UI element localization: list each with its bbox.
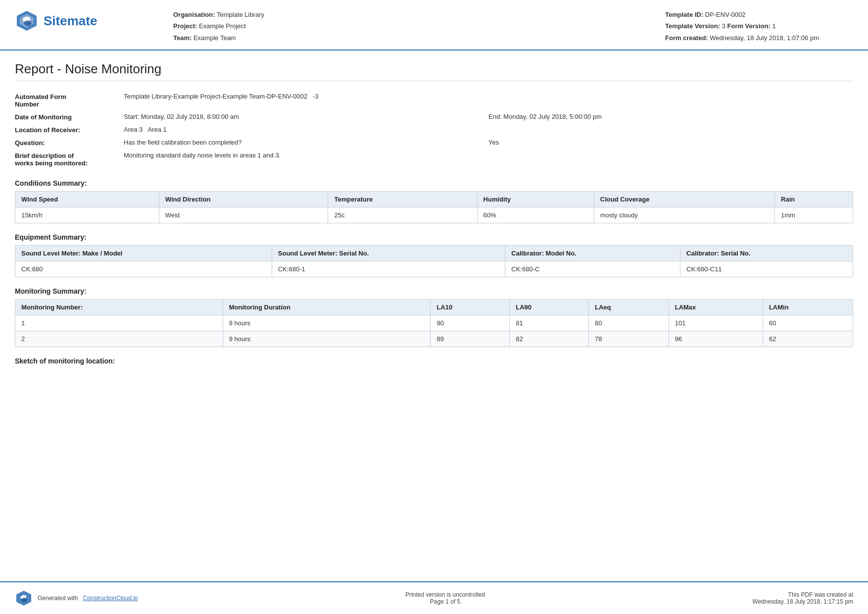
- table-cell: 25c: [328, 207, 477, 223]
- template-version-label: Template Version:: [665, 22, 720, 30]
- footer-uncontrolled-text: Printed version is uncontrolled: [405, 591, 485, 598]
- equipment-section-title: Equipment Summary:: [15, 233, 853, 241]
- date-monitoring-end: End: Monday, 02 July 2018, 5:00:00 pm: [488, 113, 853, 120]
- monitoring-th-laeq: LAeq: [588, 300, 669, 315]
- table-cell: 9 hours: [223, 331, 431, 347]
- footer-page-info: Page 1 of 5: [405, 598, 485, 605]
- monitoring-th-number: Monitoring Number:: [15, 300, 223, 315]
- project-label: Project:: [173, 22, 197, 30]
- date-monitoring-label: Date of Monitoring: [15, 113, 124, 121]
- automated-form-label: Automated FormNumber: [15, 93, 124, 108]
- table-cell: 82: [510, 331, 589, 347]
- sitemate-logo-icon: [15, 9, 39, 33]
- monitoring-table: Monitoring Number: Monitoring Duration L…: [15, 299, 853, 347]
- table-cell: 60: [763, 315, 853, 331]
- team-row: Team: Example Team: [173, 32, 665, 44]
- org-row: Organisation: Template Library: [173, 9, 665, 20]
- conditions-th-cloud-coverage: Cloud Coverage: [594, 192, 774, 207]
- conditions-th-temperature: Temperature: [328, 192, 477, 207]
- page: Sitemate Organisation: Template Library …: [0, 0, 868, 614]
- location-value: Area 3 Area 1: [124, 126, 853, 133]
- conditions-th-humidity: Humidity: [477, 192, 594, 207]
- monitoring-header-row: Monitoring Number: Monitoring Duration L…: [15, 300, 853, 315]
- form-created-label: Form created:: [665, 34, 708, 42]
- table-cell: 96: [669, 331, 763, 347]
- question-value: Has the field calibration been completed…: [124, 139, 488, 146]
- conditions-th-wind-speed: Wind Speed: [15, 192, 159, 207]
- template-id-value: DP-ENV-0002: [705, 11, 746, 18]
- form-version-value: 1: [772, 22, 776, 30]
- table-row: 19 hours90818010160: [15, 315, 853, 331]
- monitoring-th-lamin: LAMin: [763, 300, 853, 315]
- monitoring-th-duration: Monitoring Duration: [223, 300, 431, 315]
- table-cell: CK:680-1: [272, 261, 505, 277]
- sketch-section-title: Sketch of monitoring location:: [15, 357, 853, 365]
- date-monitoring-row: Date of Monitoring Start: Monday, 02 Jul…: [15, 110, 853, 123]
- table-cell: 9 hours: [223, 315, 431, 331]
- table-cell: CK:680-C11: [680, 261, 853, 277]
- template-id-row: Template ID: DP-ENV-0002: [665, 9, 853, 20]
- question-row: Question: Has the field calibration been…: [15, 136, 853, 149]
- date-monitoring-start: Start: Monday, 02 July 2018, 8:00:00 am: [124, 113, 488, 120]
- footer-logo-icon: [15, 589, 33, 607]
- team-value: Example Team: [193, 34, 236, 42]
- org-label: Organisation:: [173, 11, 215, 18]
- monitoring-section-title: Monitoring Summary:: [15, 287, 853, 295]
- report-title: Report - Noise Monitoring: [15, 61, 853, 81]
- conditions-table: Wind Speed Wind Direction Temperature Hu…: [15, 191, 853, 223]
- table-cell: 1mm: [775, 207, 853, 223]
- monitoring-th-la10: LA10: [431, 300, 510, 315]
- monitoring-th-lamax: LAMax: [669, 300, 763, 315]
- template-version-row: Template Version: 3 Form Version: 1: [665, 20, 853, 32]
- equipment-table: Sound Level Meter: Make / Model Sound Le…: [15, 245, 853, 277]
- project-row: Project: Example Project: [173, 20, 665, 32]
- org-value: Template Library: [217, 11, 264, 18]
- table-cell: 78: [588, 331, 669, 347]
- table-cell: 80: [588, 315, 669, 331]
- table-cell: 15km/h: [15, 207, 159, 223]
- form-created-value: Wednesday, 18 July 2018, 1:07:06 pm: [710, 34, 819, 42]
- table-row: 29 hours8982789662: [15, 331, 853, 347]
- footer-pdf-created-value: Wednesday, 18 July 2018, 1:17:15 pm: [752, 598, 853, 605]
- table-cell: CK:680-C: [505, 261, 680, 277]
- table-cell: CK:680: [15, 261, 272, 277]
- info-fields: Automated FormNumber Template Library-Ex…: [15, 90, 853, 169]
- footer-center: Printed version is uncontrolled Page 1 o…: [405, 591, 485, 605]
- question-answer: Yes: [488, 139, 853, 146]
- footer-generated-text: Generated with: [38, 595, 78, 602]
- equipment-header-row: Sound Level Meter: Make / Model Sound Le…: [15, 246, 853, 261]
- conditions-th-rain: Rain: [775, 192, 853, 207]
- table-cell: 62: [763, 331, 853, 347]
- footer: Generated with ConstructionCloud.io Prin…: [0, 581, 868, 614]
- table-cell: 89: [431, 331, 510, 347]
- template-id-label: Template ID:: [665, 11, 703, 18]
- main-content: Report - Noise Monitoring Automated Form…: [0, 51, 868, 581]
- table-cell: 90: [431, 315, 510, 331]
- monitoring-th-la90: LA90: [510, 300, 589, 315]
- table-cell: mosty cloudy: [594, 207, 774, 223]
- question-label: Question:: [15, 139, 124, 147]
- brief-description-label: Brief description ofworks being monitore…: [15, 152, 124, 167]
- automated-form-value: Template Library-Example Project-Example…: [124, 93, 853, 100]
- table-row: CK:680CK:680-1CK:680-CCK:680-C11: [15, 261, 853, 277]
- equipment-th-cal-serial: Calibrator: Serial No.: [680, 246, 853, 261]
- header: Sitemate Organisation: Template Library …: [0, 0, 868, 51]
- table-cell: 2: [15, 331, 223, 347]
- logo-text: Sitemate: [44, 13, 97, 29]
- automated-form-row: Automated FormNumber Template Library-Ex…: [15, 90, 853, 110]
- footer-link[interactable]: ConstructionCloud.io: [83, 595, 138, 602]
- table-cell: 1: [15, 315, 223, 331]
- project-value: Example Project: [199, 22, 246, 30]
- logo-area: Sitemate: [15, 9, 144, 33]
- footer-pdf-created-label: This PDF was created at: [752, 591, 853, 598]
- conditions-header-row: Wind Speed Wind Direction Temperature Hu…: [15, 192, 853, 207]
- table-cell: 101: [669, 315, 763, 331]
- footer-left: Generated with ConstructionCloud.io: [15, 589, 138, 607]
- conditions-th-wind-direction: Wind Direction: [159, 192, 328, 207]
- form-version-label: Form Version:: [727, 22, 771, 30]
- table-cell: 60%: [477, 207, 594, 223]
- header-meta-center: Organisation: Template Library Project: …: [144, 9, 665, 44]
- conditions-section-title: Conditions Summary:: [15, 179, 853, 187]
- table-cell: West: [159, 207, 328, 223]
- footer-right: This PDF was created at Wednesday, 18 Ju…: [752, 591, 853, 605]
